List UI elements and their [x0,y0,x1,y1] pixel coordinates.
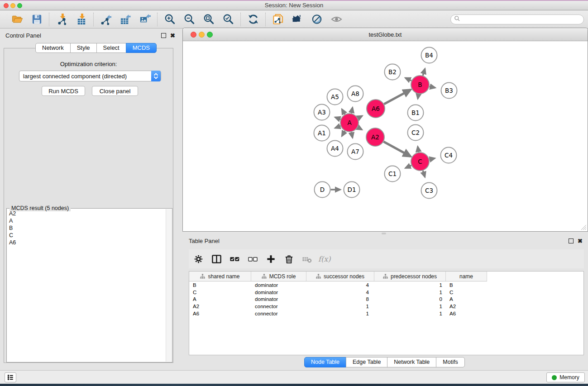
edge-A-A5 [342,109,344,114]
cell-shared_name: B [189,282,251,288]
cell-mcds_role: dominator [251,290,306,295]
network-window-titlebar[interactable]: testGlobe.txt [183,28,588,41]
cell-successor: 1 [306,304,374,309]
column-header-shared-name[interactable]: shared name [189,272,251,281]
cell-successor: 8 [306,296,374,302]
edge-B-B4 [423,69,425,76]
zoom-out-icon[interactable] [183,13,196,25]
mcds-result-item[interactable]: A2 [7,210,166,217]
table-row[interactable]: Cdominator41C [189,289,583,296]
node-label-B1: B1 [411,109,420,116]
window-top-edge [0,0,588,1]
network-title: testGlobe.txt [183,31,588,38]
cell-predecessor: 1 [374,304,446,309]
toggle-annotations-icon[interactable] [311,13,323,25]
memory-label: Memory [559,374,579,381]
search-field[interactable] [450,14,584,24]
tab-mcds[interactable]: MCDS [126,43,157,53]
column-header-MCDS-role[interactable]: MCDS role [251,272,306,281]
node-label-A8: A8 [351,90,359,97]
tab-network[interactable]: Network [35,43,71,53]
tab-edge-table[interactable]: Edge Table [346,357,387,367]
float-table-panel-icon[interactable] [569,238,574,243]
app-titlebar: Session: New Session [0,0,588,10]
control-panel-title: Control Panel [5,32,41,39]
tab-motifs[interactable]: Motifs [436,357,464,367]
zoom-selected-icon[interactable] [222,13,234,25]
resize-grip[interactable] [580,224,587,230]
float-panel-icon[interactable] [161,33,166,38]
panel-divider-handle[interactable] [382,233,386,234]
table-row[interactable]: Bdominator41B [189,281,583,289]
cell-successor: 1 [306,311,374,316]
mcds-result-item[interactable]: B [7,224,166,232]
cell-predecessor: 0 [374,296,446,302]
tab-node-table[interactable]: Node Table [304,357,346,367]
cell-shared_name: A2 [189,304,251,309]
cell-shared_name: A [189,296,251,302]
delete-row-icon[interactable] [284,254,294,264]
close-panel-button[interactable]: Close panel [92,86,138,96]
zoom-in-icon[interactable] [164,13,176,25]
cell-name: A6 [446,311,487,316]
toggle-columns-icon[interactable] [211,254,222,264]
save-session-icon[interactable] [31,13,43,25]
table-row[interactable]: A6connector11A6 [189,310,583,317]
table-header: shared nameMCDS rolesuccessor nodesprede… [189,272,487,281]
node-label-B2: B2 [388,68,397,76]
table-toolbar: f(x) [189,249,584,268]
cell-predecessor: 1 [374,282,446,288]
close-panel-icon[interactable]: ✖ [170,33,175,38]
edge-A-A1 [335,126,340,128]
function-builder-icon: f(x) [318,255,330,263]
mcds-result-item[interactable]: A [7,217,166,224]
import-network-icon[interactable] [56,13,68,25]
home-view-icon[interactable] [292,13,304,25]
tab-select[interactable]: Select [96,43,126,53]
network-canvas[interactable]: AA1A2A3A4A5A6A7A8BB1B2B3B4CC1C2C3C4DD1 [183,41,588,231]
mcds-result-box: MCDS result (5 nodes) A2ABCA6 [6,208,172,362]
memory-button[interactable]: Memory [546,372,585,382]
criterion-dropdown[interactable]: largest connected component (directed) [19,71,161,81]
column-header-predecessor-nodes[interactable]: predecessor nodes [374,272,446,281]
node-label-C4: C4 [445,152,453,159]
node-label-D: D [320,186,325,193]
cell-mcds_role: connector [251,311,306,316]
result-scrollbar[interactable] [166,209,172,362]
tab-style[interactable]: Style [70,43,97,53]
task-history-button[interactable] [5,372,16,382]
mcds-result-item[interactable]: A6 [7,239,166,246]
criterion-value: largest connected component (directed) [23,73,127,80]
table-row[interactable]: Adominator80A [189,295,583,303]
mcds-result-item[interactable]: C [7,232,166,239]
run-mcds-button[interactable]: Run MCDS [42,86,85,96]
export-image-icon[interactable] [139,13,151,25]
table-settings-icon[interactable] [193,254,204,264]
cell-predecessor: 1 [374,290,446,295]
edge-C-C3 [423,171,425,177]
tab-network-table[interactable]: Network Table [387,357,436,367]
export-table-icon[interactable] [120,13,132,25]
add-row-icon[interactable] [266,254,276,264]
column-header-name[interactable]: name [446,272,487,281]
zoom-fit-icon[interactable] [203,13,215,25]
node-label-C2: C2 [411,129,420,136]
copy-network-icon[interactable] [272,13,284,25]
open-session-icon[interactable] [11,13,24,25]
edge-A6-B [384,90,410,104]
cell-name: B [446,282,487,288]
import-table-icon[interactable] [75,13,87,25]
node-label-A6: A6 [372,105,380,112]
edge-C-C1 [406,165,411,168]
refresh-layout-icon[interactable] [247,13,259,25]
column-header-successor-nodes[interactable]: successor nodes [306,272,374,281]
edge-C-C4 [429,158,435,160]
node-label-B: B [418,81,422,88]
search-input[interactable] [462,16,583,23]
close-table-panel-icon[interactable]: ✖ [578,238,583,243]
select-all-icon[interactable] [229,254,240,264]
export-network-icon[interactable] [100,13,112,25]
deselect-all-icon[interactable] [248,254,258,264]
cell-shared_name: C [189,290,251,295]
table-row[interactable]: A2connector11A2 [189,303,583,310]
